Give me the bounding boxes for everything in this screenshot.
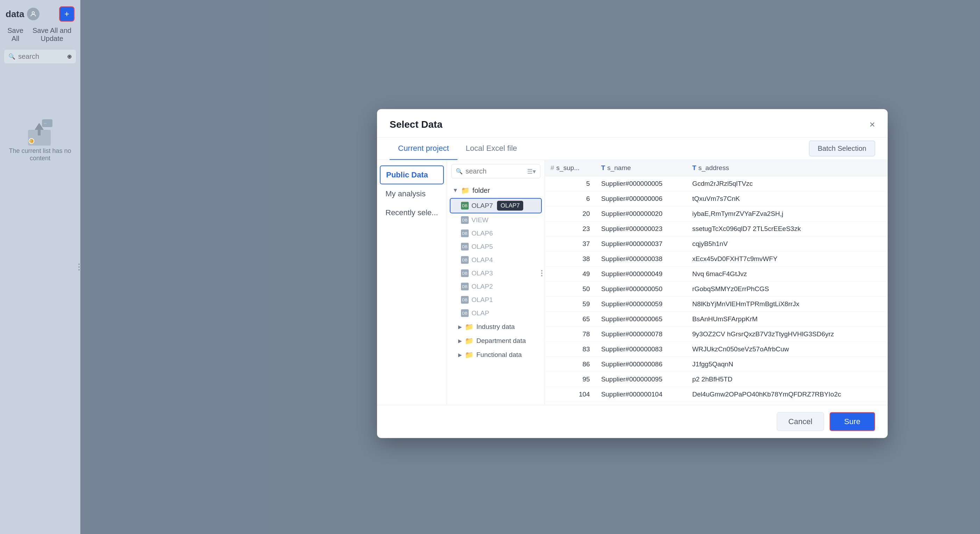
db-icon: DB (461, 269, 469, 277)
resize-handle[interactable] (78, 257, 80, 277)
cell-num: 49 (545, 266, 596, 281)
left-panel-item-public[interactable]: Public Data (380, 166, 444, 185)
select-data-modal: Select Data × Current project Local Exce… (377, 109, 888, 438)
cell-s_address: xEcx45vD0FXHT7c9mvWFY (687, 251, 888, 266)
modal-footer: Cancel Sure (377, 405, 888, 438)
tree-item-olap4[interactable]: DB OLAP4 (447, 253, 544, 267)
table-row: 86 Supplier#000000086 J1fgg5QaqnN (545, 357, 888, 371)
cell-s_name: Supplier#000000095 (596, 371, 687, 387)
svg-text:···: ··· (44, 121, 46, 125)
search-icon: 🔍 (456, 168, 463, 175)
col-s_address-label: s_address (698, 164, 729, 172)
col-s_name-label: s_name (607, 164, 631, 172)
sure-button[interactable]: Sure (830, 412, 875, 431)
tree-subfolder-industry[interactable]: ▶ 📁 Industry data (447, 320, 544, 334)
empty-message: The current list has no content (7, 147, 73, 162)
type-icon-s_address: T (692, 164, 696, 172)
cell-s_name: Supplier#000000050 (596, 281, 687, 296)
middle-search-bar: 🔍 ☰▾ (451, 164, 540, 179)
cell-num: 78 (545, 327, 596, 341)
avatar (27, 8, 40, 20)
cell-s_name: Supplier#000000078 (596, 327, 687, 341)
sidebar: data + Save All Save All and Update 🔍 ⊕ … (0, 0, 80, 534)
cell-s_name: Supplier#000000086 (596, 357, 687, 371)
save-all-button[interactable]: Save All (4, 25, 27, 44)
table-row: 49 Supplier#000000049 Nvq 6macF4GtJvz (545, 266, 888, 281)
tree-item-label-olap: OLAP (471, 309, 489, 317)
modal-header: Select Data × (377, 109, 888, 137)
svg-text:!: ! (30, 139, 32, 143)
vert-dots[interactable] (541, 270, 542, 276)
db-icon: DB (461, 243, 469, 250)
cell-num: 37 (545, 236, 596, 251)
table-row: 20 Supplier#000000020 iybaE,RmTymrZVYaFZ… (545, 206, 888, 221)
subfolder-functional-label: Functional data (476, 351, 522, 359)
tree-item-olap1[interactable]: DB OLAP1 (447, 293, 544, 306)
tree-item-label-olap6: OLAP6 (471, 230, 493, 237)
folder-icon: 📁 (465, 323, 474, 331)
table-row: 38 Supplier#000000038 xEcx45vD0FXHT7c9mv… (545, 251, 888, 266)
cell-s_name: Supplier#000000005 (596, 176, 687, 191)
tree-item-view[interactable]: DB VIEW (447, 214, 544, 227)
db-icon: DB (461, 230, 469, 237)
sidebar-title: data (6, 9, 24, 19)
tree-item-olap3[interactable]: DB OLAP3 (447, 267, 544, 280)
tree-item-label-olap4: OLAP4 (471, 256, 493, 264)
modal-title: Select Data (390, 119, 442, 130)
sidebar-actions: Save All Save All and Update (0, 25, 80, 48)
hash-icon: # (550, 164, 554, 172)
modal-tabs: Current project Local Excel file Batch S… (377, 137, 888, 160)
table-row: 95 Supplier#000000095 p2 2hBfH5TD (545, 371, 888, 387)
table-row: 83 Supplier#000000083 WRJUkzCn050seVz57o… (545, 341, 888, 357)
db-icon: DB (461, 216, 469, 224)
tree-item-olap2[interactable]: DB OLAP2 (447, 280, 544, 293)
close-button[interactable]: × (869, 120, 875, 129)
tab-local-excel[interactable]: Local Excel file (458, 137, 526, 160)
tree-folder-root[interactable]: ▼ 📁 folder (447, 183, 544, 198)
filter-icon[interactable]: ⊕ (67, 53, 72, 60)
folder-icon: 📁 (465, 351, 474, 359)
cell-num: 5 (545, 176, 596, 191)
tree-item-olap5[interactable]: DB OLAP5 (447, 240, 544, 253)
cell-num: 83 (545, 341, 596, 357)
cell-s_name: Supplier#000000023 (596, 221, 687, 236)
tree-subfolder-functional[interactable]: ▶ 📁 Functional data (447, 348, 544, 362)
batch-selection-button[interactable]: Batch Selection (809, 141, 875, 156)
tree-item-olap6[interactable]: DB OLAP6 (447, 227, 544, 240)
tree-search-input[interactable] (466, 167, 524, 175)
type-icon-s_name: T (601, 164, 605, 172)
tree-item-olap7[interactable]: DB OLAP7 OLAP7 (450, 198, 542, 214)
tab-current-project[interactable]: Current project (390, 137, 458, 160)
data-table: # s_sup... T s_name (545, 160, 888, 402)
left-panel-item-analysis[interactable]: My analysis (377, 185, 447, 203)
tree-item-label-view: VIEW (471, 216, 488, 224)
col-header-s_sup: # s_sup... (545, 160, 596, 176)
db-icon: DB (461, 296, 469, 304)
cell-num: 65 (545, 311, 596, 327)
tree-subfolder-department[interactable]: ▶ 📁 Department data (447, 334, 544, 348)
add-button[interactable]: + (59, 6, 75, 22)
cell-s_address: Del4uGmw2OPaPO40hKb78YmQFDRZ7RBYIo2c (687, 387, 888, 402)
empty-icon: ! ··· (24, 120, 56, 147)
tree-item-label-olap3: OLAP3 (471, 269, 493, 277)
filter-icon[interactable]: ☰▾ (527, 167, 536, 175)
cell-num: 23 (545, 221, 596, 236)
folder-icon: 📁 (461, 186, 470, 194)
tree-item-olap[interactable]: DB OLAP (447, 306, 544, 320)
col-header-s_name: T s_name (596, 160, 687, 176)
cell-s_address: rGobqSMMYz0ErrPhCGS (687, 281, 888, 296)
col-header-s_address: T s_address (687, 160, 888, 176)
cell-s_name: Supplier#000000020 (596, 206, 687, 221)
search-input[interactable] (18, 53, 64, 61)
table-row: 65 Supplier#000000065 BsAnHUmSFArppKrM (545, 311, 888, 327)
cancel-button[interactable]: Cancel (777, 412, 824, 431)
tree-item-label-olap7: OLAP7 (471, 202, 493, 210)
cell-s_address: N8lKbYjMnVlEHmTPRmBgtLiX8rrJx (687, 296, 888, 311)
db-icon: DB (461, 309, 469, 317)
tree-item-label-olap5: OLAP5 (471, 243, 493, 250)
save-all-update-button[interactable]: Save All and Update (28, 25, 76, 44)
cell-s_address: p2 2hBfH5TD (687, 371, 888, 387)
left-panel-item-recent[interactable]: Recently sele... (377, 203, 447, 222)
svg-rect-3 (38, 129, 41, 135)
cell-num: 86 (545, 357, 596, 371)
